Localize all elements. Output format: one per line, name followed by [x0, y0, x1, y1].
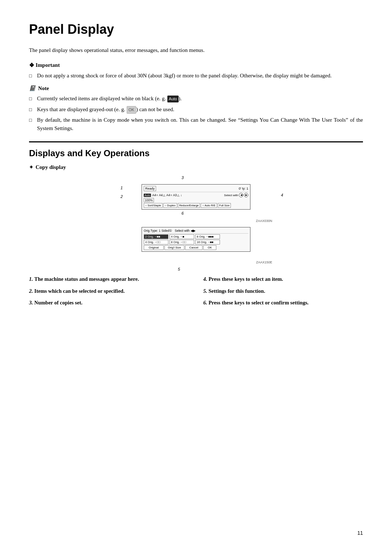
paper-a4-3: A4▿ — [166, 193, 172, 197]
note-heading: 📓 Note — [29, 85, 363, 92]
zaax150e-label: ZAAX150E — [131, 260, 272, 264]
auto-badge: Auto — [167, 96, 179, 102]
duplex-btn[interactable]: ○ Duplex — [163, 203, 177, 208]
orig-8-item: 8 Orig.→■■■ — [195, 234, 220, 239]
submenu-buttons: Original Orig'l Size Cancel OK — [144, 245, 248, 250]
desc-item-2: 2. Items which can be selected or specif… — [29, 287, 189, 295]
note-text-2: Keys that are displayed grayed-out (e. g… — [37, 105, 363, 114]
important-item-1: □ Do not apply a strong shock or force o… — [29, 72, 363, 80]
desc-item-6: 6. Press these keys to select or confirm… — [203, 299, 363, 307]
full-size-btn[interactable]: Full Size — [218, 203, 231, 208]
function-buttons: ○ Sort/Staple ○ Duplex Reduce/Enlarge ○ … — [144, 203, 248, 208]
copy-display-heading: ✦ Copy display — [29, 164, 363, 170]
sub-screen: Orig.Type: 1 Sided① Select with ◀▶ 2 Ori… — [142, 227, 250, 252]
reduce-enlarge-btn[interactable]: Reduce/Enlarge — [178, 203, 200, 208]
diamond-icon: ✦ — [29, 164, 33, 170]
submenu-title-row: Orig.Type: 1 Sided① Select with ◀▶ — [144, 229, 248, 234]
note-item-3: □ By default, the machine is in Copy mod… — [29, 116, 363, 133]
nav-left-circle: ◀ — [239, 193, 243, 197]
important-text-1: Do not apply a strong shock or force of … — [37, 72, 363, 80]
note-bullet-2: □ — [29, 106, 37, 113]
important-heading: ❖ Important — [29, 62, 363, 69]
ready-box: Ready — [144, 186, 156, 191]
paper-down: ↓ — [180, 193, 182, 197]
paper-a4-2: A4△ — [159, 193, 165, 197]
note-text-3: By default, the machine is in Copy mode … — [37, 116, 363, 133]
copy-display-diagram: 3 1 2 4 Ready 0' ty: 1 Auto A4▿ A4△ — [120, 175, 272, 264]
zoom-display: 100% — [144, 198, 154, 202]
ok-badge: OK — [127, 106, 136, 114]
desc-col-left: 1. The machine status and messages appea… — [29, 275, 189, 310]
desc-col-right: 4. Press these keys to select an item. 5… — [203, 275, 363, 310]
paper-a3: A3△ — [173, 193, 179, 197]
intro-text: The panel display shows operational stat… — [29, 46, 363, 54]
note-bullet-1: □ — [29, 95, 37, 102]
copy-display-label: Copy display — [36, 164, 66, 170]
desc-item-4: 4. Press these keys to select an item. — [203, 275, 363, 283]
nav-right-circle: ▶ — [244, 193, 248, 197]
paper-a4-1: A4▿ — [152, 193, 158, 197]
submenu-area: Orig.Type: 1 Sided① Select with ◀▶ 2 Ori… — [131, 227, 272, 264]
important-icon: ❖ — [29, 62, 34, 69]
note-icon: 📓 — [29, 85, 36, 92]
note-bullet-3: □ — [29, 117, 37, 124]
submenu-row-2: 4 Orig.→□□ 8 Orig.→□□ 16 Orig.→■■ — [144, 240, 248, 244]
page-title: Panel Display — [29, 22, 363, 37]
cancel-btn[interactable]: Cancel — [185, 245, 203, 250]
auto-mode-badge: Auto — [144, 194, 151, 197]
important-bullet-1: □ — [29, 72, 37, 80]
desc-item-5: 5. Settings for this function. — [203, 287, 363, 295]
note-section: 📓 Note □ Currently selected items are di… — [29, 85, 363, 133]
copy-screen: Ready 0' ty: 1 Auto A4▿ A4△ A4▿ A3△ — [142, 184, 250, 210]
zaax030n-label: ZAAX030N — [131, 219, 272, 223]
ok-btn[interactable]: OK — [203, 245, 216, 250]
screen-row-ready: Ready 0' ty: 1 — [144, 186, 248, 192]
select-nav-area: Select with ◀ ▶ — [224, 193, 248, 197]
important-section: ❖ Important □ Do not apply a strong shoc… — [29, 62, 363, 80]
orig-4-item-2: 4 Orig.→□□ — [144, 240, 168, 244]
main-screen: 1 2 4 Ready 0' ty: 1 Auto A4▿ A4△ A4▿ — [131, 184, 272, 223]
orig-8-item-2: 8 Orig.→□□ — [170, 240, 194, 244]
sort-staple-btn[interactable]: ○ Sort/Staple — [144, 203, 163, 208]
orig-2-item: 2 Orig.→■■ — [144, 234, 168, 239]
paper-icons-row: Auto A4▿ A4△ A4▿ A3△ ↓ — [144, 193, 248, 197]
section-divider — [29, 141, 363, 142]
descriptions: 1. The machine status and messages appea… — [29, 275, 363, 310]
nav-circles: ◀ ▶ — [239, 193, 248, 197]
submenu-row-1: 2 Orig.→■■ 4 Orig.→■ 8 Orig.→■■■ — [144, 234, 248, 239]
label-4: 4 — [281, 193, 283, 197]
label-1: 1 — [121, 186, 123, 190]
displays-section-title: Displays and Key Operations — [29, 148, 363, 158]
page-number: 11 — [357, 530, 363, 536]
orig-4-item: 4 Orig.→■ — [170, 234, 194, 239]
note-text-1: Currently selected items are displayed w… — [37, 94, 363, 103]
copies-display: 0' ty: 1 — [239, 187, 248, 190]
label-2: 2 — [121, 194, 123, 199]
label-3-top: 3 — [181, 175, 184, 180]
orig-size-btn[interactable]: Orig'l Size — [164, 245, 184, 250]
desc-item-1: 1. The machine status and messages appea… — [29, 275, 189, 283]
desc-item-3: 3. Number of copies set. — [29, 299, 189, 307]
orig-16-item: 16 Orig.→■■ — [195, 240, 220, 244]
zoom-row: 100% — [144, 198, 248, 202]
label-5: 5 — [178, 267, 180, 271]
note-item-1: □ Currently selected items are displayed… — [29, 94, 363, 103]
original-btn[interactable]: Original — [144, 245, 164, 250]
label-6: 6 — [181, 211, 184, 215]
note-item-2: □ Keys that are displayed grayed-out (e.… — [29, 105, 363, 114]
auto-re-btn[interactable]: ○ Auto R/E — [201, 203, 217, 208]
